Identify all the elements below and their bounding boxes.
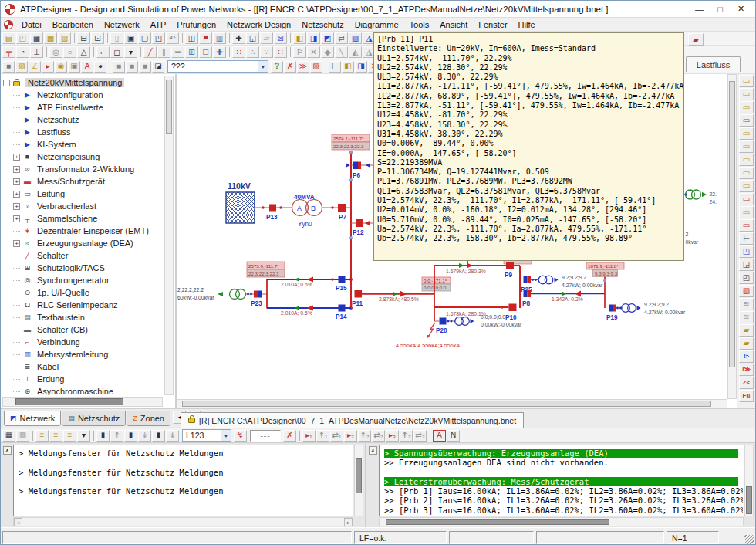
tree-label[interactable]: Verbraucherlast [35, 201, 99, 211]
raise-2-icon[interactable]: ↟₂ [358, 430, 371, 442]
chevron-down-icon[interactable]: ▼ [221, 430, 231, 441]
lastfluss-panel-tab[interactable]: Lastfluss [686, 56, 741, 72]
menu-atp[interactable]: ATP [145, 19, 172, 30]
parallel-icon[interactable]: ∥ [157, 46, 170, 58]
open-folder-icon[interactable]: ◰ [16, 32, 29, 44]
chart-s1-icon[interactable]: ◲ [739, 259, 754, 271]
grid-clr-icon[interactable]: ∷ [274, 46, 287, 58]
tree-item-erdung[interactable]: ⊥Erdung [3, 373, 164, 385]
grid-small-icon[interactable]: ∴ [246, 46, 259, 58]
menu-tools[interactable]: Tools [404, 19, 435, 30]
tree-label[interactable]: Dezentraler Einspeiser (EMT) [35, 226, 151, 235]
tree-label[interactable]: Lastfluss [35, 127, 73, 137]
disable-icon[interactable]: ▨ [310, 61, 322, 73]
list-1-icon[interactable]: ≋ [739, 298, 754, 310]
chart-signals-icon[interactable]: ◧ [293, 32, 306, 44]
phase-3-icon[interactable]: ▸₃ [386, 430, 399, 442]
bus-l3-icon[interactable]: ≡ [63, 430, 76, 442]
frame-icon[interactable]: ◻ [110, 46, 123, 58]
tree-item-1p-ui-quelle[interactable]: ⊙1p. U/I-Quelle [3, 286, 164, 299]
node-rotate-icon[interactable]: ◔ [16, 46, 29, 58]
collapse-toggle[interactable]: − [3, 80, 10, 86]
swatch-1-icon[interactable]: ■ [113, 61, 125, 73]
tree-label[interactable]: KI-System [35, 140, 79, 149]
close-button[interactable]: ✕ [731, 2, 751, 16]
edge-transformer[interactable]: 22. 24. 2 0kvar [684, 190, 717, 245]
chart-compare-icon[interactable]: ◩ [321, 32, 334, 44]
tree-label[interactable]: Netzkonfiguration [35, 90, 106, 100]
tree-item-netzkonfiguration[interactable]: ▶Netzkonfiguration [3, 89, 164, 101]
tree-item-synchrongenerator[interactable]: ◎Synchrongenerator [3, 274, 164, 286]
settings-icon[interactable]: ◱ [246, 32, 259, 44]
duplicate-icon[interactable]: ◳ [152, 32, 165, 44]
abort-icon[interactable]: ✗ [284, 61, 296, 73]
tools-icon[interactable]: ✚ [232, 32, 245, 44]
probe-add-icon[interactable]: ⊢ [739, 232, 754, 245]
tree-item-schalter[interactable]: ╱Schalter [3, 249, 164, 262]
tree-item-mess-schutzgeraet[interactable]: +▬Mess/Schutzgerät [3, 175, 164, 188]
tree-item-verbraucherlast[interactable]: +♀Verbraucherlast [3, 200, 164, 212]
tree-item-ki-system[interactable]: ▶KI-System [3, 138, 164, 151]
left-messages-vthumb[interactable] [356, 458, 362, 493]
shape-dropdown-icon[interactable]: ▾ [124, 46, 137, 58]
right-messages-vscrollbar[interactable] [744, 445, 754, 516]
save-icon[interactable]: ▦ [30, 32, 43, 44]
transformer-40mva[interactable]: A B 40MVA Yyn0 [292, 194, 322, 228]
tree-label[interactable]: RLC Serienimpedanz [35, 300, 120, 310]
tree-item-lastfluss[interactable]: ▶Lastfluss [3, 126, 164, 138]
window-layout-icon[interactable]: ◫ [185, 32, 198, 44]
gen-1-icon[interactable]: ▰ [739, 324, 754, 337]
draw-line-icon[interactable]: ╱ [143, 46, 157, 58]
ansi-fuse-icon[interactable]: Fu [739, 390, 754, 402]
chart-s2-icon[interactable]: ◰ [739, 272, 754, 284]
external-grid-110kv[interactable]: 110kV [226, 181, 255, 223]
chart-s3-icon[interactable]: ▧ [739, 285, 754, 297]
layer-icon[interactable]: ◪ [152, 61, 164, 73]
select-icon[interactable]: ◎ [49, 46, 62, 58]
left-messages-vscrollbar[interactable] [354, 445, 363, 516]
tree-label[interactable]: Schalter (CB) [35, 325, 90, 334]
pillar-3-icon[interactable]: ▮ [152, 430, 165, 442]
save-tree-icon[interactable]: ▨ [58, 32, 71, 44]
substation-busbar[interactable] [514, 266, 520, 308]
tree-label[interactable]: Netz20kVMittelspannung [25, 78, 124, 87]
menu-netzwerk-design[interactable]: Netzwerk Design [221, 19, 296, 30]
cycle-1-icon[interactable]: ⇄₁ [330, 430, 343, 442]
rotate-text-icon[interactable]: ◕ [94, 61, 106, 73]
relay-plus-icon[interactable]: ▭ [739, 114, 754, 127]
line-p9[interactable]: 1.679kA; 280.3% P9 [434, 260, 532, 279]
probe-p13[interactable]: P13 [266, 205, 278, 222]
move-icon[interactable]: ✚ [213, 46, 226, 58]
region-icon[interactable]: ○ [63, 46, 76, 58]
swatch-3-icon[interactable]: ■ [139, 61, 151, 73]
ueberwachung-message-list[interactable]: > Spannungsüberwachung: Erzeugungsanlage… [379, 445, 744, 516]
copy-icon[interactable]: ▣ [124, 32, 137, 44]
undo-icon[interactable]: ↶ [166, 32, 179, 44]
component-search-combo[interactable]: ??? ▼ [167, 60, 268, 73]
pillar-2-icon[interactable]: ▮ [124, 430, 137, 442]
canvas-vertical-scrollbar[interactable] [727, 74, 737, 399]
tree-hscroll-thumb[interactable] [15, 398, 123, 405]
chart-bars-icon[interactable]: ▧ [349, 32, 362, 44]
run-query-icon[interactable]: ? [271, 61, 283, 73]
tree-vertical-scrollbar[interactable] [164, 76, 174, 395]
probe-p7[interactable]: P7 [338, 204, 346, 221]
label-a-icon[interactable]: A [433, 430, 446, 442]
tree-item-verbindung[interactable]: ⌐Verbindung [3, 336, 164, 348]
decentral-source[interactable]: 2;22.2;22.2 60kW;-0.00kvar P23 [177, 287, 267, 307]
polygon-icon[interactable]: △ [77, 46, 90, 58]
probe-icon[interactable]: ⊢ [329, 61, 341, 73]
monitor-icon[interactable]: ⊠ [274, 32, 287, 44]
tree-item-dezentraler-einspeiser-emt[interactable]: ∗Dezentraler Einspeiser (EMT) [3, 225, 164, 237]
close-icon[interactable]: ✗ [369, 446, 377, 455]
load-p19[interactable]: P19 9.2;9.2;9.2 4.27kW;-0.00kvar [606, 302, 686, 321]
pillar-1-icon[interactable]: ▮ [96, 430, 110, 442]
relay-uv-icon[interactable]: ▭ [739, 75, 754, 87]
expand-toggle[interactable]: + [13, 178, 20, 185]
zone-icon[interactable]: ⌐ [96, 46, 110, 58]
tree-label[interactable]: 1p. U/I-Quelle [35, 288, 92, 297]
tree-label[interactable]: Schutzlogik/TACS [35, 263, 107, 272]
graph-2-icon[interactable]: ◨ [355, 61, 367, 73]
grid-alt-icon[interactable]: ∵ [260, 46, 273, 58]
menu-hilfe[interactable]: Hilfe [513, 19, 541, 30]
